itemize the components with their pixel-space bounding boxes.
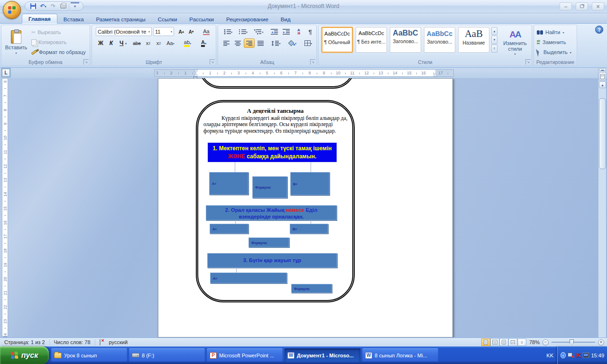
antivirus-icon[interactable]: K (576, 352, 581, 358)
taskbar-item-drive[interactable]: 8 (F:) (129, 348, 205, 362)
tab-glavnaya[interactable]: Главная (22, 14, 57, 24)
task2-a-box[interactable]: А= (210, 224, 248, 234)
grow-font-button[interactable]: A▴ (176, 27, 186, 36)
align-right-button[interactable] (244, 38, 255, 48)
tab-vid[interactable]: Вид (275, 15, 297, 24)
font-size-combo[interactable]: 11▾ (153, 27, 174, 36)
underline-button[interactable]: Ч ▾ (117, 38, 129, 48)
v-ruler[interactable]: 6789101112131415161718192021222324 (2, 78, 8, 337)
style-card-heading1[interactable]: AaBbC Заголово... (390, 27, 421, 53)
vertical-scrollbar[interactable]: ▬ ▲ (598, 68, 606, 337)
task1-b-box[interactable]: В= (290, 172, 330, 195)
task3-a-box[interactable]: А= (210, 273, 287, 283)
help-button[interactable]: ? (595, 26, 603, 34)
view-print-layout-button[interactable] (481, 338, 490, 346)
document-page[interactable]: А деңгейлі тапсырма Күрделі пікірлердегі… (158, 78, 453, 337)
highlight-button[interactable]: ab▾ (180, 38, 195, 48)
copy-button[interactable]: Копировать (31, 37, 67, 47)
tab-ssylki[interactable]: Ссылки (152, 15, 184, 24)
style-card-heading2[interactable]: AaBbCc Заголово... (424, 27, 455, 53)
bullets-button[interactable]: ▾ (221, 27, 235, 36)
shrink-font-button[interactable]: A▾ (186, 27, 196, 36)
task2-formula-box[interactable]: Формула: (248, 237, 289, 247)
numbering-button[interactable]: ▾ (236, 27, 250, 36)
shading-button[interactable]: ▾ (285, 38, 300, 48)
view-draft-button[interactable] (517, 338, 526, 346)
increase-indent-button[interactable] (280, 27, 292, 36)
language-bar[interactable]: KK (543, 346, 557, 364)
show-marks-button[interactable]: ¶ (305, 27, 315, 36)
styles-scroll-down[interactable]: ▼ (491, 36, 497, 44)
split-handle[interactable]: ▬ (599, 68, 606, 71)
taskbar-item-word2[interactable]: W 8 сынып Логика - Мі... (362, 348, 438, 362)
strikethrough-button[interactable]: abe (131, 38, 143, 48)
styles-scroll-up[interactable]: ▲ (491, 27, 497, 35)
zoom-out-button[interactable]: − (543, 339, 549, 346)
spellcheck-status[interactable] (95, 339, 105, 345)
task1-box[interactable]: 1. Мектептен келіп, мен түскі тамақ ішем… (208, 143, 337, 162)
office-button[interactable] (3, 1, 21, 19)
taskbar-item-folder[interactable]: Урок 8 сынып (51, 348, 127, 362)
align-left-button[interactable] (221, 38, 232, 48)
taskbar-item-powerpoint[interactable]: P Microsoft PowerPoint ... (207, 348, 283, 362)
scrollbar-thumb[interactable] (599, 98, 606, 169)
view-outline-button[interactable] (508, 338, 517, 346)
close-button[interactable]: × (592, 2, 604, 10)
network-status-icon[interactable] (568, 352, 574, 358)
rounded-shape-partial[interactable] (199, 78, 355, 89)
task3-box[interactable]: 3. Бүгін қар жауып тұр (207, 253, 337, 268)
zoom-in-button[interactable]: + (598, 339, 604, 346)
task3-formula-box[interactable]: Формула: (291, 284, 332, 293)
decrease-indent-button[interactable] (268, 27, 280, 36)
format-painter-button[interactable]: Формат по образцу (31, 47, 86, 57)
minimize-button[interactable]: – (560, 2, 572, 10)
style-card-no-spacing[interactable]: AaBbCcDc ¶ Без инте... (356, 27, 387, 53)
bold-button[interactable]: Ж (96, 38, 106, 48)
tab-recenzirovanie[interactable]: Рецензирование (220, 15, 275, 24)
task1-formula-box[interactable]: Формула: (252, 176, 287, 198)
zoom-slider-thumb[interactable] (570, 339, 574, 345)
hanging-indent-marker[interactable] (194, 73, 198, 76)
tab-razmetka[interactable]: Разметка страницы (90, 15, 152, 24)
view-web-layout-button[interactable] (499, 338, 508, 346)
task1-a-box[interactable]: А= (209, 172, 248, 195)
start-button[interactable]: пуск (0, 346, 49, 364)
view-fullscreen-button[interactable] (490, 338, 499, 346)
change-styles-button[interactable]: AA Изменить стили ▾ (500, 27, 530, 57)
zoom-slider[interactable] (552, 342, 595, 343)
first-line-indent-marker[interactable] (194, 70, 198, 73)
font-name-combo[interactable]: Calibri (Основной те▾ (96, 27, 152, 36)
clear-formatting-button[interactable]: Aa (200, 27, 212, 36)
style-card-normal[interactable]: AaBbCcDc ¶ Обычный (322, 27, 353, 53)
scroll-up-button[interactable]: ▲ (599, 82, 606, 88)
task2-box[interactable]: 2. Орал қаласы Жайық немесе Еділ өзендер… (206, 205, 337, 220)
display-settings-icon[interactable] (583, 352, 589, 358)
tab-rassylki[interactable]: Рассылки (183, 15, 220, 24)
clipboard-dialog-launcher[interactable]: ↘ (83, 59, 89, 64)
font-color-button[interactable]: А▾ (196, 38, 211, 48)
tab-vstavka[interactable]: Вставка (57, 15, 90, 24)
clock[interactable]: 15:49 (591, 353, 604, 358)
justify-button[interactable] (255, 38, 266, 48)
style-card-title[interactable]: АаВ Название (458, 27, 489, 53)
taskbar-item-word-active[interactable]: W Документ1 - Microso... (285, 348, 360, 362)
right-indent-marker[interactable] (433, 73, 437, 76)
select-button[interactable]: Выделить▾ (537, 48, 571, 56)
zoom-level[interactable]: 78% (529, 339, 540, 345)
h-ruler[interactable]: 3211234567891011121314151617 (154, 69, 454, 77)
borders-button[interactable]: ▾ (301, 38, 315, 48)
ruler-toggle-button[interactable] (599, 72, 606, 81)
restore-button[interactable] (576, 2, 588, 10)
styles-dialog-launcher[interactable]: ↘ (525, 59, 531, 64)
paragraph-dialog-launcher[interactable]: ↘ (310, 59, 315, 64)
subscript-button[interactable]: x2 (143, 38, 153, 48)
align-center-button[interactable] (232, 38, 243, 48)
superscript-button[interactable]: x2 (154, 38, 164, 48)
cut-button[interactable]: ✂ Вырезать (31, 27, 61, 37)
word-count[interactable]: Число слов: 78 (50, 339, 95, 345)
line-spacing-button[interactable]: ▾ (268, 38, 284, 48)
page-indicator[interactable]: Страница: 1 из 2 (0, 339, 49, 345)
multilevel-list-button[interactable]: ▾ (251, 27, 267, 36)
italic-button[interactable]: К (106, 38, 116, 48)
language-bar-collapse-icon[interactable]: ‹ (561, 352, 566, 358)
